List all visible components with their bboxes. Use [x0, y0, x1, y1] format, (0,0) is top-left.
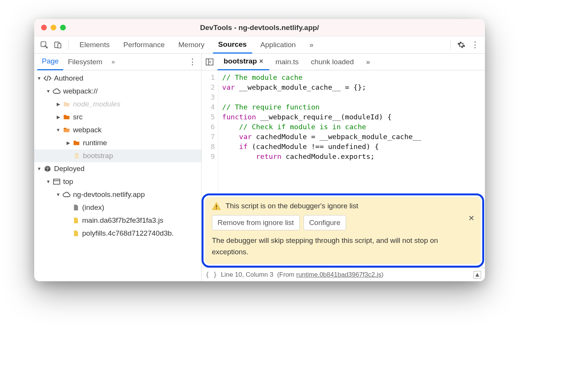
editor-tab-bootstrap[interactable]: bootstrap × — [218, 54, 269, 70]
source-file-link[interactable]: runtime.0b841bad3967f3c2.js — [296, 271, 381, 278]
from-label: (From runtime.0b841bad3967f3c2.js) — [277, 271, 384, 279]
tab-memory[interactable]: Memory — [173, 36, 210, 54]
close-icon[interactable]: ✕ — [468, 214, 475, 223]
tree-main-js-file[interactable]: main.da63f7b2fe3f1fa3.js — [34, 214, 201, 227]
separator — [450, 40, 451, 49]
main-toolbar: Elements Performance Memory Sources Appl… — [34, 36, 485, 54]
main-content: Page Filesystem » ⋮ ▼ Authored ▼ webpack… — [34, 54, 485, 281]
folder-open-icon — [62, 126, 71, 134]
folder-icon — [62, 100, 71, 108]
tabs-overflow-icon[interactable]: » — [304, 36, 319, 54]
cursor-position: Line 10, Column 3 — [221, 271, 273, 279]
separator — [68, 40, 69, 49]
code-icon — [43, 74, 52, 82]
editor-statusbar: { } Line 10, Column 3 (From runtime.0b84… — [202, 268, 485, 281]
tree-webpack-root[interactable]: ▼ webpack:// — [34, 85, 201, 98]
configure-button[interactable]: Configure — [304, 215, 346, 230]
sidebar-tabs: Page Filesystem » ⋮ — [34, 54, 201, 70]
sidebar-tabs-overflow-icon[interactable]: » — [107, 59, 119, 65]
tree-webpack-dir[interactable]: ▼ webpack — [34, 124, 201, 136]
editor-tab-main-ts[interactable]: main.ts — [269, 54, 305, 70]
remove-from-ignore-button[interactable]: Remove from ignore list — [212, 215, 300, 230]
tree-node-modules[interactable]: ▶ node_modules — [34, 98, 201, 111]
folder-icon — [72, 139, 81, 147]
kebab-menu-icon[interactable]: ⋮ — [470, 40, 480, 50]
editor-tabs: bootstrap × main.ts chunk loaded » — [202, 54, 485, 70]
tree-app-domain[interactable]: ▼ ng-devtools.netlify.app — [34, 188, 201, 201]
tree-runtime[interactable]: ▶ runtime — [34, 136, 201, 149]
tree-src[interactable]: ▶ src — [34, 111, 201, 124]
collapse-icon[interactable]: ▲ — [474, 271, 481, 279]
editor-tabs-overflow-icon[interactable]: » — [360, 54, 376, 70]
window-title: DevTools - ng-devtools.netlify.app/ — [34, 24, 485, 32]
tab-application[interactable]: Application — [255, 36, 301, 54]
device-toggle-icon[interactable] — [52, 40, 63, 50]
tree-index-file[interactable]: (index) — [34, 201, 201, 214]
warning-title: This script is on the debugger's ignore … — [226, 202, 358, 210]
titlebar: DevTools - ng-devtools.netlify.app/ — [34, 19, 485, 36]
tab-sources[interactable]: Sources — [213, 36, 252, 54]
warning-banner: This script is on the debugger's ignore … — [205, 197, 481, 264]
tab-performance[interactable]: Performance — [118, 36, 170, 54]
file-js-icon — [72, 216, 80, 225]
editor-pane: bootstrap × main.ts chunk loaded » 12345… — [202, 54, 485, 281]
cloud-icon — [62, 190, 71, 199]
sidebar-kebab-icon[interactable]: ⋮ — [188, 57, 197, 67]
file-js-icon — [72, 229, 80, 238]
warning-icon — [212, 201, 221, 211]
sidebar-tab-page[interactable]: Page — [37, 54, 63, 70]
format-code-icon[interactable]: { } — [205, 271, 217, 279]
frame-icon — [52, 177, 61, 186]
file-icon — [72, 152, 81, 160]
editor-tab-chunk-loaded[interactable]: chunk loaded — [305, 54, 360, 70]
gear-icon[interactable] — [456, 40, 467, 50]
file-icon — [72, 203, 80, 212]
svg-rect-3 — [54, 179, 60, 184]
tree-deployed[interactable]: ▼ Deployed — [34, 162, 201, 175]
tree-polyfills-file[interactable]: polyfills.4c768d7122740d3b. — [34, 227, 201, 240]
file-tree: ▼ Authored ▼ webpack:// ▶ node_modules ▶ — [34, 70, 201, 281]
devtools-window: DevTools - ng-devtools.netlify.app/ Elem… — [34, 19, 485, 281]
warning-description: The debugger will skip stepping through … — [212, 235, 474, 257]
folder-icon — [62, 113, 71, 121]
close-icon[interactable]: × — [259, 57, 264, 65]
tree-top[interactable]: ▼ top — [34, 175, 201, 188]
cloud-icon — [52, 87, 61, 95]
svg-rect-6 — [216, 208, 217, 209]
deploy-icon — [43, 165, 52, 173]
svg-rect-2 — [58, 43, 61, 48]
svg-rect-5 — [216, 205, 217, 208]
tree-authored[interactable]: ▼ Authored — [34, 72, 201, 85]
toggle-panel-icon[interactable] — [204, 56, 215, 68]
ignore-list-callout: This script is on the debugger's ignore … — [202, 193, 484, 268]
tree-bootstrap[interactable]: ▶ bootstrap — [34, 149, 201, 162]
sidebar-tab-filesystem[interactable]: Filesystem — [63, 54, 107, 70]
sources-sidebar: Page Filesystem » ⋮ ▼ Authored ▼ webpack… — [34, 54, 202, 281]
tab-elements[interactable]: Elements — [74, 36, 115, 54]
inspect-element-icon[interactable] — [39, 40, 49, 50]
